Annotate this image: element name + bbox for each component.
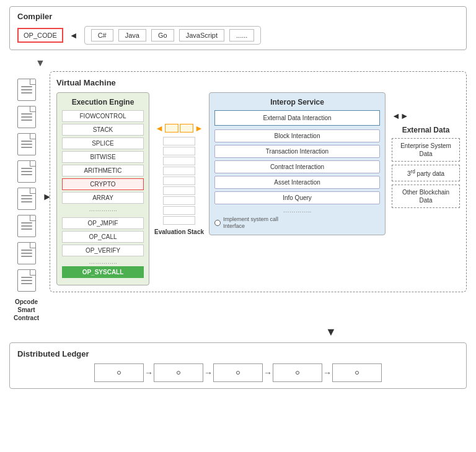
stack-cell-6: [163, 186, 195, 195]
circle-dot-icon: [214, 220, 221, 226]
stack-cells: [163, 137, 195, 225]
stack-mini-2: [180, 124, 193, 133]
doc-icon-3: [17, 133, 36, 155]
doc-icon-6: [17, 215, 36, 237]
dl-block-2: [154, 363, 203, 382]
dl-chain-arrow-4: →: [323, 368, 332, 378]
doc-icon-7: [17, 242, 36, 264]
doc-icon-5: [17, 188, 36, 210]
ee-dots1: …………..: [62, 206, 144, 212]
ee-crypto: CRYPTO: [62, 178, 144, 190]
is-dots: …………..: [214, 207, 380, 214]
ee-call: OP_CALL: [62, 231, 144, 243]
vm-box: Virtual Machine Execution Engine FIOWCON…: [50, 71, 467, 292]
stack-cell-1: [163, 137, 195, 146]
is-to-external-arrow: ◄►: [392, 111, 409, 121]
dl-section: Distributed Ledger → → → →: [9, 342, 467, 389]
dl-block-3: [213, 363, 263, 382]
doc-icon-2: [17, 106, 36, 128]
syscall-interface-row: Implement system call Interface: [214, 216, 380, 230]
is-arrow-icon: ◄►: [392, 111, 409, 121]
dl-block-5: [332, 363, 382, 382]
arrow-left-icon: ◄: [69, 30, 78, 40]
ee-fiowcontrol: FIOWCONTROL: [62, 110, 144, 122]
op-code-box: OP_CODE: [17, 28, 63, 43]
eval-col: ◄ ►: [154, 92, 204, 235]
ee-syscall: OP_SYSCALL: [62, 266, 144, 278]
ed-title: External Data: [392, 126, 460, 134]
dl-dot-3: [236, 371, 240, 375]
dl-dot-5: [355, 371, 359, 375]
dl-chain-arrow-2: →: [204, 368, 213, 378]
is-contract: Contract Interaction: [214, 160, 380, 173]
stack-mini-1: [165, 124, 178, 133]
is-info: Info Query: [214, 191, 380, 204]
dl-block-1: [94, 363, 144, 382]
dl-chain-arrow-3: →: [263, 368, 272, 378]
ee-dots2: …………..: [62, 258, 144, 265]
execution-engine: Execution Engine FIOWCONTROL STACK SPLIC…: [56, 92, 149, 285]
lang-more: ......: [229, 29, 254, 41]
ed-blockchain: Other Blockchain Data: [392, 185, 460, 208]
dl-down-arrow: ▼: [195, 326, 467, 339]
dl-block-4: [273, 363, 322, 382]
ed-enterprise: Enterprise System Data: [392, 138, 460, 162]
language-boxes: C# Java Go JavaScript ......: [84, 26, 262, 45]
orange-arrow-right-icon: ►: [195, 123, 203, 133]
is-block: Block Interaction: [214, 129, 380, 142]
lang-go: Go: [151, 29, 174, 41]
ee-stack: STACK: [62, 124, 144, 136]
doc-icon-8: [17, 269, 36, 292]
dl-dot-4: [296, 371, 299, 375]
dl-dot-1: [117, 371, 121, 375]
compiler-title: Compiler: [17, 12, 459, 21]
ee-array: ARRAY: [62, 192, 144, 204]
ed-third-party: 3rd party data: [392, 165, 460, 181]
lang-csharp: C#: [91, 29, 113, 41]
compiler-down-arrow: ▼: [35, 58, 467, 69]
stack-cell-5: [163, 176, 195, 185]
ee-splice: SPLICE: [62, 137, 144, 149]
opcode-label: Opcode Smart Contract: [14, 298, 39, 322]
dl-chain-arrow-1: →: [144, 368, 153, 378]
stack-cell-2: [163, 147, 195, 155]
vm-row: Opcode Smart Contract ► Virtual Machine …: [9, 71, 467, 322]
ee-to-stack-arrow-area: ◄ ►: [155, 123, 203, 133]
is-transaction: Transaction Interaction: [214, 145, 380, 158]
interop-service: Interop Service External Data Interactio…: [209, 92, 386, 235]
ee-bitwise: BITWISE: [62, 151, 144, 163]
doc-icon-4: [17, 160, 36, 183]
dl-title: Distributed Ledger: [17, 349, 459, 359]
stack-top-highlight: [165, 124, 193, 133]
dl-arrow-icon: ▼: [325, 326, 337, 338]
vm-title: Virtual Machine: [56, 78, 460, 87]
external-area: ◄► External Data Enterprise System Data …: [390, 92, 460, 211]
dl-dot-2: [177, 371, 180, 375]
orange-arrow-icon: ◄: [155, 123, 164, 133]
is-external-data-interaction: External Data Interaction: [214, 110, 380, 126]
vm-inner-row: Execution Engine FIOWCONTROL STACK SPLIC…: [56, 92, 460, 285]
is-asset: Asset Interaction: [214, 176, 380, 189]
stack-cell-4: [163, 167, 195, 175]
down-arrow-icon: ▼: [35, 58, 45, 69]
compiler-row: OP_CODE ◄ C# Java Go JavaScript ......: [17, 26, 459, 45]
stack-cell-3: [163, 157, 195, 165]
syscall-label: Implement system call Interface: [223, 216, 278, 230]
is-title: Interop Service: [214, 98, 380, 106]
external-data: External Data Enterprise System Data 3rd…: [392, 126, 460, 211]
ee-title: Execution Engine: [62, 98, 144, 106]
compiler-section: Compiler OP_CODE ◄ C# Java Go JavaScript…: [9, 6, 467, 50]
dl-chain: → → → →: [17, 363, 459, 382]
stack-cell-7: [163, 196, 195, 205]
stack-cell-8: [163, 206, 195, 215]
eval-stack-label: Evaluation Stack: [154, 228, 204, 235]
opcode-sidebar: Opcode Smart Contract ►: [9, 71, 43, 322]
lang-javascript: JavaScript: [179, 29, 224, 41]
ee-verify: OP_VERIFY: [62, 245, 144, 256]
ee-jmpif: OP_JMPIF: [62, 217, 144, 229]
doc-icon-1: [17, 79, 36, 101]
lang-java: Java: [118, 29, 146, 41]
stack-cell-9: [163, 216, 195, 225]
ee-arithmetic: ARITHMETIC: [62, 165, 144, 176]
main-container: Compiler OP_CODE ◄ C# Java Go JavaScript…: [0, 0, 476, 395]
